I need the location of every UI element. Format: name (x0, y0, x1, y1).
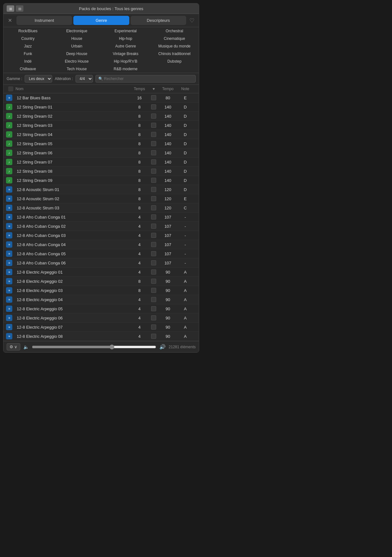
row-name: 12 String Dream 03 (15, 123, 130, 128)
row-favorite-checkbox[interactable] (151, 123, 156, 128)
table-row[interactable]: ♪12 String Dream 088140D (3, 167, 199, 176)
table-row[interactable]: ♪12 String Dream 048140D (3, 130, 199, 139)
favorites-button[interactable]: ♡ (187, 17, 196, 24)
genre-item[interactable]: Dubstep (150, 58, 199, 65)
row-tempo: 90 (158, 334, 177, 339)
genre-item[interactable]: Urbain (52, 42, 101, 50)
genre-item[interactable]: Autre Genre (101, 42, 150, 50)
row-favorite-checkbox[interactable] (151, 251, 156, 256)
table-row[interactable]: ♪12 String Dream 098140D (3, 176, 199, 185)
genre-item[interactable] (150, 65, 199, 73)
table-row[interactable]: ≋12-8 Electric Arpeggio 08490A (3, 332, 199, 341)
row-favorite-checkbox[interactable] (151, 214, 156, 220)
row-favorite-checkbox[interactable] (151, 224, 156, 229)
table-row[interactable]: ≋12-8 Afro Cuban Conga 054107- (3, 249, 199, 258)
gamme-select[interactable]: Les deux Majeur Mineur (25, 75, 52, 83)
row-favorite-checkbox[interactable] (151, 104, 156, 109)
row-favorite-checkbox[interactable] (151, 288, 156, 293)
close-button[interactable]: ✕ (6, 17, 14, 23)
row-beats: 4 (130, 242, 149, 247)
table-row[interactable]: ♪12 String Dream 058140D (3, 139, 199, 148)
row-favorite-checkbox[interactable] (151, 325, 156, 330)
table-row[interactable]: ≋12-8 Electric Arpeggio 05490A (3, 304, 199, 313)
genre-item[interactable]: Indé (3, 58, 52, 65)
table-row[interactable]: ≋12-8 Afro Cuban Conga 064107- (3, 258, 199, 268)
alteration-select[interactable]: 4/4 3/4 6/8 (76, 75, 93, 83)
table-row[interactable]: ♪12 String Dream 038140D (3, 121, 199, 130)
view-list-button[interactable]: ▦ (7, 5, 14, 12)
genre-item[interactable]: Electro House (52, 58, 101, 65)
genre-item[interactable]: Jazz (3, 42, 52, 50)
tab-genre[interactable]: Genre (73, 16, 129, 25)
row-favorite-checkbox[interactable] (151, 141, 156, 146)
table-row[interactable]: ≋12-8 Electric Arpeggio 02890A (3, 277, 199, 286)
genre-item[interactable]: R&B moderne (101, 65, 150, 73)
genre-item[interactable]: Chillwave (3, 65, 52, 73)
genre-item[interactable]: Musique du monde (150, 42, 199, 50)
row-favorite-checkbox[interactable] (151, 159, 156, 164)
table-row[interactable]: ≋12-8 Acoustic Strum 028120E (3, 194, 199, 203)
row-favorite-checkbox[interactable] (151, 297, 156, 302)
row-favorite-checkbox[interactable] (151, 315, 156, 320)
table-row[interactable]: ≋12 Bar Blues Bass1680E (3, 93, 199, 102)
table-row[interactable]: ≋12-8 Afro Cuban Conga 014107- (3, 213, 199, 222)
row-favorite-checkbox[interactable] (151, 95, 156, 100)
search-input[interactable] (95, 75, 196, 83)
genre-item[interactable]: Orchestral (150, 27, 199, 35)
table-row[interactable]: ♪12 String Dream 028140D (3, 112, 199, 121)
table-row[interactable]: ♪12 String Dream 068140D (3, 148, 199, 158)
table-row[interactable]: ♪12 String Dream 078140D (3, 158, 199, 167)
table-row[interactable]: ≋12-8 Electric Arpeggio 06490A (3, 313, 199, 323)
genre-item[interactable]: Chinois traditionnel (150, 50, 199, 58)
tab-descripteurs[interactable]: Descripteurs (131, 16, 186, 25)
volume-slider[interactable] (32, 344, 156, 350)
genre-item[interactable]: Vintage Breaks (101, 50, 150, 58)
row-favorite-checkbox[interactable] (151, 150, 156, 155)
table-row[interactable]: ≋12-8 Afro Cuban Conga 044107- (3, 240, 199, 249)
speaker-button[interactable]: 🔈 (23, 344, 29, 350)
genre-item[interactable]: Cinematique (150, 35, 199, 42)
table-row[interactable]: ♪12 String Dream 018140D (3, 102, 199, 112)
tab-instrument[interactable]: Instrument (16, 16, 72, 25)
table-row[interactable]: ≋12-8 Electric Arpeggio 03890A (3, 286, 199, 295)
row-favorite-checkbox[interactable] (151, 260, 156, 265)
row-favorite-checkbox[interactable] (151, 196, 156, 201)
row-favorite-checkbox[interactable] (151, 334, 156, 339)
row-note: D (177, 169, 193, 174)
view-grid-button[interactable]: ▤ (16, 5, 23, 12)
row-favorite-checkbox[interactable] (151, 205, 156, 210)
table-row[interactable]: ≋12-8 Afro Cuban Conga 034107- (3, 231, 199, 240)
table-row[interactable]: ≋12-8 Afro Cuban Conga 024107- (3, 222, 199, 231)
row-favorite-checkbox[interactable] (151, 279, 156, 284)
genre-item[interactable]: Tech House (52, 65, 101, 73)
row-name: 12-8 Acoustic Strum 01 (15, 187, 130, 192)
row-favorite-checkbox[interactable] (151, 233, 156, 238)
table-row[interactable]: ≋12-8 Acoustic Strum 038120C (3, 203, 199, 213)
row-favorite-checkbox[interactable] (151, 242, 156, 247)
table-row[interactable]: ≋12-8 Electric Arpeggio 01490A (3, 268, 199, 277)
row-favorite-checkbox[interactable] (151, 269, 156, 275)
genre-item[interactable]: Experimental (101, 27, 150, 35)
row-favorite-checkbox[interactable] (151, 132, 156, 137)
genre-item[interactable]: Funk (3, 50, 52, 58)
row-favorite-checkbox[interactable] (151, 178, 156, 183)
row-favorite-checkbox[interactable] (151, 169, 156, 174)
genre-item[interactable]: Deep House (52, 50, 101, 58)
row-note: D (177, 187, 193, 192)
genre-item[interactable]: Rock/Blues (3, 27, 52, 35)
row-favorite-checkbox[interactable] (151, 114, 156, 119)
genre-item[interactable]: House (52, 35, 101, 42)
genre-item[interactable]: Electronique (52, 27, 101, 35)
row-note: D (177, 114, 193, 119)
genre-item[interactable]: Country (3, 35, 52, 42)
genre-item[interactable]: Hip Hop/R'n'B (101, 58, 150, 65)
row-favorite-checkbox[interactable] (151, 306, 156, 311)
row-tempo: 107 (158, 251, 177, 256)
settings-button[interactable]: ⚙ ∨ (7, 343, 20, 350)
table-row[interactable]: ≋12-8 Electric Arpeggio 07490A (3, 323, 199, 332)
row-favorite-checkbox[interactable] (151, 187, 156, 192)
table-row[interactable]: ≋12-8 Acoustic Strum 018120D (3, 185, 199, 194)
row-tempo: 90 (158, 325, 177, 330)
table-row[interactable]: ≋12-8 Electric Arpeggio 04490A (3, 295, 199, 304)
genre-item[interactable]: Hip-hop (101, 35, 150, 42)
